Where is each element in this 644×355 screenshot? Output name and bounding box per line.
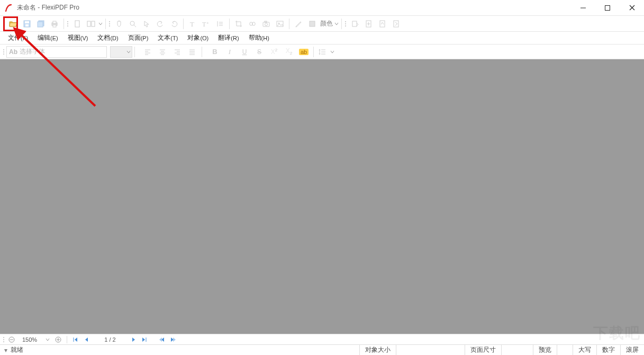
svg-rect-28 xyxy=(265,21,267,22)
align-right-button[interactable] xyxy=(170,46,184,58)
menu-file[interactable]: 文件(F) xyxy=(3,32,33,44)
menubar: 文件(F) 编辑(E) 视图(V) 文档(D) 页面(P) 文本(T) 对象(O… xyxy=(0,32,644,45)
format-toolbar: Ab 选择字体 B I U S X2 xyxy=(0,45,644,59)
next-page-button[interactable] xyxy=(129,335,139,344)
menu-document[interactable]: 文档(D) xyxy=(93,32,123,44)
svg-rect-6 xyxy=(25,24,29,26)
svg-text:+: + xyxy=(206,21,209,25)
zoom-in-button[interactable] xyxy=(53,335,64,344)
view-mode-dropdown[interactable] xyxy=(98,17,103,30)
menu-edit[interactable]: 编辑(E) xyxy=(33,32,63,44)
menu-view[interactable]: 视图(V) xyxy=(63,32,93,44)
toolbar-separator xyxy=(313,47,314,57)
align-center-button[interactable] xyxy=(156,46,169,58)
align-left-button[interactable] xyxy=(141,46,155,58)
subscript-button[interactable]: X2 xyxy=(282,46,296,58)
toolbar-grip[interactable] xyxy=(2,46,5,58)
text-style-group: B I U S X2 X2 ab xyxy=(207,46,311,58)
zoom-out-button[interactable] xyxy=(6,335,17,344)
svg-rect-32 xyxy=(352,21,357,26)
single-page-button[interactable] xyxy=(71,17,84,30)
svg-rect-10 xyxy=(53,21,56,23)
page-indicator[interactable]: 1 / 2 xyxy=(97,336,123,343)
toolbar-grip[interactable] xyxy=(2,18,5,30)
menu-object[interactable]: 对象(O) xyxy=(183,32,213,44)
highlight-button[interactable]: ab xyxy=(297,46,311,58)
line-spacing-button[interactable] xyxy=(316,46,329,58)
save-all-button[interactable] xyxy=(34,17,47,30)
font-select[interactable]: Ab 选择字体 xyxy=(6,46,107,58)
svg-rect-24 xyxy=(250,22,252,25)
line-spacing-dropdown[interactable] xyxy=(330,46,335,58)
color-dropdown[interactable] xyxy=(334,17,339,30)
menu-translate[interactable]: 翻译(R) xyxy=(213,32,243,44)
bold-button[interactable]: B xyxy=(208,46,222,58)
menu-text[interactable]: 文本(T) xyxy=(153,32,183,44)
superscript-button[interactable]: X2 xyxy=(267,46,281,58)
svg-point-27 xyxy=(265,23,268,25)
alignment-group xyxy=(140,46,199,58)
zoom-dropdown[interactable] xyxy=(42,335,53,344)
two-page-button[interactable] xyxy=(85,17,97,30)
toolbar-grip[interactable] xyxy=(344,18,347,30)
svg-rect-14 xyxy=(92,21,95,26)
svg-point-15 xyxy=(130,21,134,25)
camera-button[interactable] xyxy=(260,17,273,30)
eyedropper-button[interactable] xyxy=(292,17,305,30)
font-prefix: Ab xyxy=(9,48,17,56)
pointer-tool-button[interactable] xyxy=(140,17,153,30)
status-preview[interactable]: 预览 xyxy=(533,345,557,355)
undo-button[interactable] xyxy=(154,17,167,30)
last-page-button[interactable] xyxy=(139,335,150,344)
text-plus-button[interactable]: T+ xyxy=(200,17,213,30)
nav-separator xyxy=(67,336,67,343)
status-ready: ▾就绪 xyxy=(3,345,29,355)
open-button[interactable] xyxy=(7,17,20,30)
status-num: 数字 xyxy=(596,345,620,355)
font-size-select[interactable] xyxy=(110,46,132,58)
svg-rect-1 xyxy=(605,5,610,10)
print-button[interactable] xyxy=(48,17,61,30)
svg-rect-11 xyxy=(53,25,56,27)
text-tool-button[interactable]: T xyxy=(186,17,199,30)
italic-button[interactable]: I xyxy=(223,46,237,58)
svg-rect-25 xyxy=(252,22,255,25)
maximize-button[interactable] xyxy=(595,0,620,16)
prev-page-button[interactable] xyxy=(81,335,92,344)
menu-page[interactable]: 页面(P) xyxy=(123,32,153,44)
toolbar-separator xyxy=(134,47,135,57)
toolbar-separator xyxy=(289,19,289,29)
page-add-button[interactable] xyxy=(362,17,375,30)
svg-text:T: T xyxy=(190,20,194,28)
link-text-button[interactable] xyxy=(214,17,226,30)
status-scroll: 滚屏 xyxy=(620,345,644,355)
redo-button[interactable] xyxy=(168,17,180,30)
crop-tool-button[interactable] xyxy=(232,17,245,30)
image-button[interactable] xyxy=(274,17,286,30)
save-button[interactable] xyxy=(21,17,33,30)
hand-tool-button[interactable] xyxy=(113,17,125,30)
history-forward-button[interactable] xyxy=(168,335,178,344)
strikethrough-button[interactable]: S xyxy=(252,46,266,58)
toolbar-grip[interactable] xyxy=(66,18,69,30)
font-placeholder: 选择字体 xyxy=(20,47,45,56)
minimize-button[interactable] xyxy=(571,0,595,16)
page-up-button[interactable] xyxy=(376,17,389,30)
export-button[interactable] xyxy=(349,17,361,30)
status-gap2 xyxy=(501,345,533,355)
fill-color-button[interactable] xyxy=(306,17,319,30)
zoom-tool-button[interactable] xyxy=(126,17,139,30)
close-button[interactable] xyxy=(620,0,644,16)
toolbar-separator xyxy=(105,19,106,29)
align-justify-button[interactable] xyxy=(185,46,199,58)
toolbar-grip[interactable] xyxy=(108,18,111,30)
toolbar-grip[interactable] xyxy=(2,336,5,343)
first-page-button[interactable] xyxy=(70,335,81,344)
menu-help[interactable]: 帮助(H) xyxy=(244,32,274,44)
zoom-value[interactable]: 150% xyxy=(19,336,40,343)
history-back-button[interactable] xyxy=(157,335,168,344)
svg-rect-12 xyxy=(75,21,79,27)
link-button[interactable] xyxy=(246,17,259,30)
underline-button[interactable]: U xyxy=(238,46,251,58)
page-right-button[interactable] xyxy=(390,17,403,30)
